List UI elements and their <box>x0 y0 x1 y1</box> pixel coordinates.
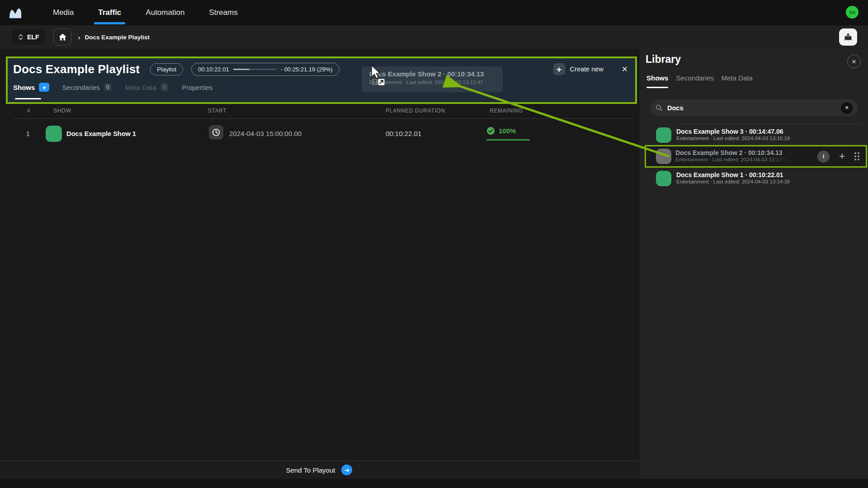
library-item-title: Docs Example Show 2 · 00:10:34.13 <box>675 149 783 156</box>
panel-close-icon[interactable]: ✕ <box>622 65 628 74</box>
drag-ghost-subtitle: Entertainment · Last edited: 2024-04-03 … <box>369 80 503 85</box>
library-search: ✕ <box>650 99 858 116</box>
search-clear-button[interactable]: ✕ <box>841 102 853 114</box>
send-arrow-icon: ➜ <box>341 465 352 475</box>
tab-secondaries[interactable]: Secondaries <box>62 84 99 91</box>
add-to-playlist-icon[interactable]: + <box>839 151 845 161</box>
show-thumbnail[interactable] <box>46 126 62 142</box>
duration-pill: 00:10:22.01 - 00:25:21.19 (29%) <box>191 63 340 76</box>
row-number: 1 <box>26 130 30 137</box>
search-icon <box>656 104 663 112</box>
library-tab-secondaries[interactable]: Secondaries <box>676 74 713 82</box>
duration-current: 00:10:22.01 <box>198 66 229 73</box>
start-time-chip[interactable] <box>209 125 223 140</box>
library-item-show-2-highlighted[interactable]: Docs Example Show 2 · 00:10:34.13 Entert… <box>645 145 867 168</box>
app-logo-icon <box>8 6 24 19</box>
show-thumbnail-dragging <box>656 149 671 164</box>
create-new-button[interactable]: + Create new <box>553 63 604 75</box>
drag-ghost-title: Docs Example Show 2 · 00:10:34.13 <box>369 70 503 78</box>
library-close-button[interactable]: ✕ <box>847 55 861 68</box>
tab-meta-data[interactable]: Meta Data <box>125 84 156 91</box>
library-toggle-button[interactable] <box>839 28 857 46</box>
plus-icon: + <box>553 63 565 75</box>
nav-tabs: Media Traffic Automation Streams <box>41 0 250 25</box>
updown-icon <box>19 33 23 41</box>
top-nav: Media Traffic Automation Streams su <box>0 0 868 25</box>
library-tab-meta-data[interactable]: Meta Data <box>722 74 753 82</box>
info-icon[interactable]: i <box>817 150 830 163</box>
library-tabs: Shows Secondaries Meta Data <box>646 74 753 82</box>
col-header-start: START <box>208 108 226 114</box>
nav-tab-streams[interactable]: Streams <box>197 0 250 25</box>
nav-tab-traffic[interactable]: Traffic <box>86 0 133 25</box>
library-title: Library <box>646 53 681 66</box>
remaining-progress-bar <box>486 139 530 141</box>
playlist-title: Docs Example Playlist <box>13 62 140 76</box>
breadcrumb-bar: ELF › Docs Example Playlist <box>0 25 868 49</box>
meta-data-count-badge: 0 <box>160 83 168 91</box>
send-to-playout-label: Send To Playout <box>286 466 335 474</box>
tab-properties[interactable]: Properties <box>182 84 212 91</box>
show-thumbnail <box>656 171 671 186</box>
drag-handle-icon[interactable] <box>854 152 859 160</box>
col-header-show: SHOW <box>53 108 71 114</box>
library-item-subtitle: Entertainment · Last edited: 2024-04-03 … <box>676 136 790 141</box>
library-list-divider <box>676 124 862 124</box>
nav-tab-media[interactable]: Media <box>41 0 86 25</box>
clear-icon: ✕ <box>844 105 849 111</box>
planned-duration-value: 00:10:22.01 <box>386 130 421 137</box>
channel-label: ELF <box>27 33 39 41</box>
library-item-title: Docs Example Show 3 · 00:14:47.06 <box>676 128 783 135</box>
close-icon: ✕ <box>852 58 857 65</box>
annotation-playlist-header-box: Docs Example Playlist Playlist 00:10:22.… <box>6 56 637 104</box>
col-header-remaining: REMAINING <box>490 108 523 114</box>
table-header-divider <box>14 118 630 119</box>
col-header-planned-duration: PLANNED DURATION <box>386 108 445 114</box>
breadcrumb-chevron-icon: › <box>78 33 80 41</box>
drag-ghost-preview: Docs Example Show 2 · 00:10:34.13 Entert… <box>362 66 503 92</box>
create-new-label: Create new <box>570 66 604 73</box>
playlist-panel: Docs Example Playlist Playlist 00:10:22.… <box>0 49 638 479</box>
library-book-icon <box>843 32 854 42</box>
library-search-input[interactable] <box>667 104 836 112</box>
col-header-number: # <box>27 108 30 114</box>
secondaries-count-badge: 0 <box>104 83 112 91</box>
duration-total: - 00:25:21.19 (29%) <box>281 66 333 73</box>
remaining-badge: 100% <box>486 127 516 135</box>
remaining-value: 100% <box>499 127 516 135</box>
show-thumbnail <box>656 127 671 143</box>
home-button[interactable] <box>53 28 71 46</box>
nav-tab-automation[interactable]: Automation <box>133 0 197 25</box>
show-name: Docs Example Show 1 <box>66 130 136 137</box>
library-tab-shows[interactable]: Shows <box>646 74 668 82</box>
library-item-show-3[interactable]: Docs Example Show 3 · 00:14:47.06 Entert… <box>639 126 868 146</box>
library-item-show-1[interactable]: Docs Example Show 1 · 00:10:22.01 Entert… <box>639 169 868 190</box>
breadcrumb-page: Docs Example Playlist <box>85 34 149 41</box>
active-tab-underline <box>15 98 41 99</box>
library-item-subtitle: Entertainment · Last edited: 2024-04-03 … <box>676 179 790 184</box>
home-icon <box>58 33 67 41</box>
send-to-playout-button[interactable]: Send To Playout ➜ <box>0 460 638 479</box>
library-item-title: Docs Example Show 1 · 00:10:22.01 <box>676 171 783 178</box>
library-panel: Library ✕ Shows Secondaries Meta Data ✕ … <box>639 49 868 479</box>
add-show-button[interactable]: + <box>39 83 49 92</box>
start-value: 2024-04-03 15:00:00.00 <box>229 130 302 137</box>
tab-shows[interactable]: Shows <box>13 84 35 91</box>
check-circle-icon <box>486 127 495 135</box>
playlist-type-badge: Playlist <box>150 63 183 75</box>
user-avatar[interactable]: su <box>846 6 859 19</box>
library-active-tab-underline <box>646 87 668 88</box>
clock-icon <box>212 128 221 137</box>
channel-selector[interactable]: ELF <box>12 29 46 45</box>
duration-progress-bar <box>233 69 277 70</box>
library-item-subtitle: Entertainment · Last edited: 2024-04-03 … <box>675 157 789 162</box>
